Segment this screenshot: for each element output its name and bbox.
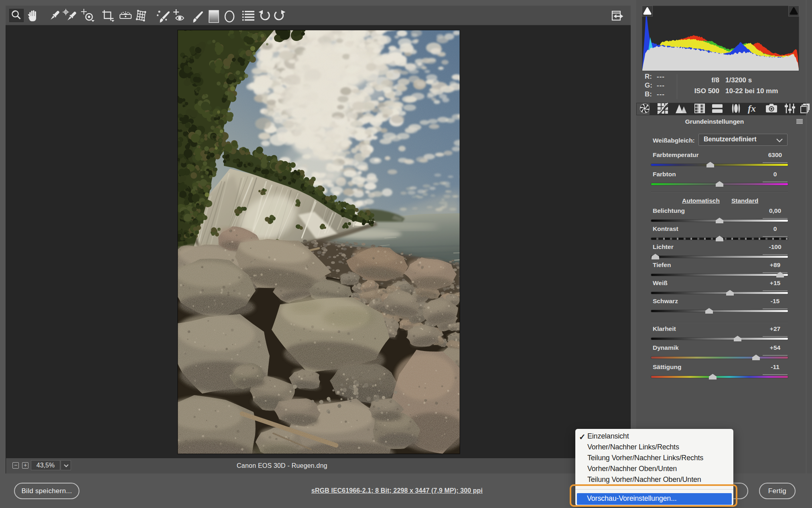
svg-text:fx: fx: [748, 103, 756, 114]
